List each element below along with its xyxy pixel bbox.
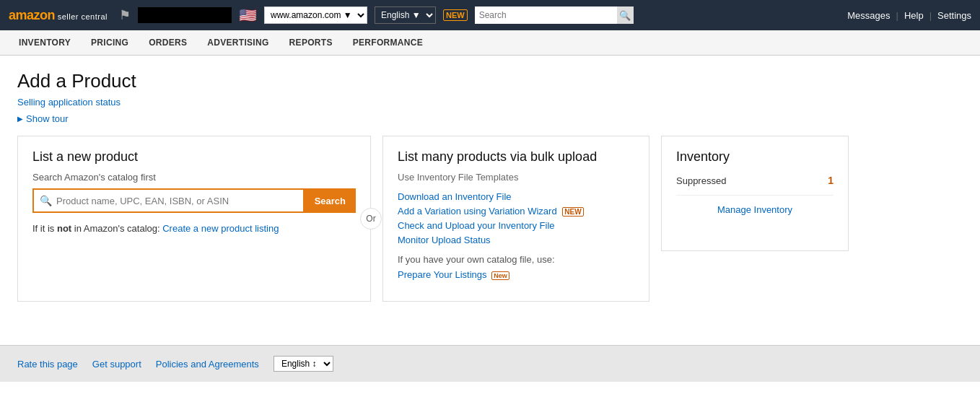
language-dropdown-top[interactable]: English ▼: [375, 6, 436, 24]
nav-orders[interactable]: ORDERS: [139, 30, 197, 55]
help-link[interactable]: Help: [904, 10, 924, 21]
separator: |: [896, 10, 898, 21]
settings-link[interactable]: Settings: [937, 10, 971, 21]
nav-pricing[interactable]: PRICING: [81, 30, 139, 55]
search-input-top[interactable]: [475, 6, 617, 24]
logo-area: amazon seller central: [9, 9, 108, 22]
product-search-button[interactable]: Search: [305, 188, 356, 213]
catalog-note: If you have your own catalog file, use:: [398, 254, 634, 265]
policies-link[interactable]: Policies and Agreements: [156, 359, 259, 370]
inventory-heading: Inventory: [676, 149, 834, 165]
check-upload-link[interactable]: Check and Upload your Inventory File: [398, 220, 634, 231]
nav-advertising[interactable]: ADVERTISING: [197, 30, 279, 55]
create-listing-link[interactable]: Create a new product listing: [162, 223, 279, 234]
logo: amazon seller central: [9, 9, 108, 22]
footer: Rate this page Get support Policies and …: [0, 345, 980, 382]
nav-reports[interactable]: REPORTS: [279, 30, 343, 55]
bulk-upload-panel: List many products via bulk upload Use I…: [382, 136, 649, 302]
use-inventory-label: Use Inventory File Templates: [398, 172, 634, 183]
download-inventory-link[interactable]: Download an Inventory File: [398, 191, 634, 202]
prepare-listings-row: Prepare Your Listings New: [398, 269, 634, 280]
amazon-logo: amazon: [9, 8, 55, 22]
suppressed-count: 1: [828, 175, 834, 186]
separator2: |: [929, 10, 932, 21]
new-badge: NEW: [443, 9, 468, 21]
search-magnifier-icon: 🔍: [40, 195, 52, 206]
show-tour-label: Show tour: [26, 113, 69, 124]
panels-row: List a new product Search Amazon's catal…: [17, 136, 963, 302]
messages-link[interactable]: Messages: [847, 10, 890, 21]
country-flag-icon: 🇺🇸: [239, 6, 257, 24]
list-new-panel: List a new product Search Amazon's catal…: [17, 136, 371, 302]
chevron-right-icon: ▶: [17, 115, 23, 123]
product-search-row: 🔍 Search: [32, 188, 356, 213]
search-bar-top: 🔍: [475, 6, 634, 24]
top-bar: amazon seller central ⚑ 🇺🇸 www.amazon.co…: [0, 0, 980, 30]
bulk-links: Download an Inventory File Add a Variati…: [398, 191, 634, 245]
seller-name-bar: [138, 7, 232, 23]
seller-central-text: seller central: [58, 12, 108, 21]
show-tour-row[interactable]: ▶ Show tour: [17, 113, 963, 124]
get-support-link[interactable]: Get support: [92, 359, 141, 370]
or-divider: Or: [360, 208, 382, 230]
prepare-listings-link[interactable]: Prepare Your Listings: [398, 269, 487, 280]
variation-wizard-link[interactable]: Add a Variation using Variation Wizard: [398, 206, 557, 217]
search-amazon-label: Search Amazon's catalog first: [32, 172, 356, 183]
nav-inventory[interactable]: INVENTORY: [9, 30, 81, 55]
suppressed-label: Suppressed: [676, 175, 726, 186]
not-in-catalog-text: If it is not in Amazon's catalog: Create…: [32, 223, 356, 234]
selling-app-link[interactable]: Selling application status: [17, 97, 963, 108]
variation-wizard-row: Add a Variation using Variation Wizard N…: [398, 206, 634, 217]
product-search-input[interactable]: [56, 191, 297, 211]
search-button-top[interactable]: 🔍: [617, 6, 634, 24]
main-content: Add a Product Selling application status…: [0, 56, 980, 316]
page-title: Add a Product: [17, 70, 963, 92]
manage-inventory-link[interactable]: Manage Inventory: [676, 204, 834, 215]
flag-pin-icon: ⚑: [119, 7, 131, 23]
suppressed-row: Suppressed 1: [676, 175, 834, 196]
footer-language-dropdown[interactable]: English ↕: [274, 356, 333, 372]
bulk-upload-heading: List many products via bulk upload: [398, 149, 634, 165]
nav-performance[interactable]: PERFORMANCE: [343, 30, 433, 55]
new-badge-prepare: New: [491, 271, 509, 280]
list-new-heading: List a new product: [32, 149, 356, 165]
inventory-panel: Inventory Suppressed 1 Manage Inventory: [661, 136, 849, 251]
nav-bar: INVENTORY PRICING ORDERS ADVERTISING REP…: [0, 30, 980, 56]
new-badge-variation: NEW: [562, 207, 583, 217]
product-search-wrap: 🔍: [32, 188, 305, 213]
marketplace-dropdown[interactable]: www.amazon.com ▼: [264, 6, 367, 24]
rate-page-link[interactable]: Rate this page: [17, 359, 78, 370]
top-links: Messages | Help | Settings: [847, 10, 971, 21]
monitor-upload-link[interactable]: Monitor Upload Status: [398, 235, 634, 245]
